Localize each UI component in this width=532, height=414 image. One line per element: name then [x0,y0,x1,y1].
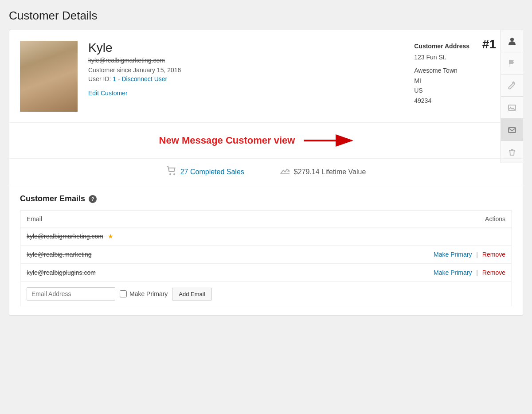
cart-icon [166,166,177,178]
svg-marker-2 [509,60,514,64]
customer-left: Kyle kyle@realbigmarketing.com Customer … [88,41,181,112]
disconnect-user-link[interactable]: Disconnect User [121,75,167,82]
value-stat: $279.14 Lifetime Value [280,166,366,178]
remove-link-2[interactable]: Remove [482,251,505,258]
flag-icon [508,59,516,68]
add-email-button[interactable]: Add Email [172,288,211,301]
person-icon [508,37,516,46]
svg-point-0 [510,38,514,41]
annotation-arrow [304,132,357,149]
user-id-line: User ID: 1 - Disconnect User [88,75,181,82]
edit-customer-link[interactable]: Edit Customer [88,90,181,97]
emails-table-header: Email Actions [20,211,512,227]
address-line4: US [414,86,469,95]
address-line2: Awesome Town [414,66,469,75]
actions-cell-2: Make Primary | Remove [286,246,512,264]
make-primary-link-2[interactable]: Make Primary [434,251,472,258]
help-icon[interactable]: ? [89,195,97,203]
star-icon-primary: ★ [108,233,113,240]
sales-link[interactable]: 27 Completed Sales [180,168,244,176]
email-address-3: kyle@realbigplugins.com [27,269,96,276]
customer-email-primary: kyle@realbigmarketing.com [88,57,181,64]
actions-col-header: Actions [286,211,512,227]
actions-cell-3: Make Primary | Remove [286,264,512,282]
address-line3: MI [414,76,469,86]
customer-since: Customer since January 15, 2016 [88,66,181,74]
separator-3: | [476,269,478,276]
emails-heading: Customer Emails ? [20,194,512,203]
svg-rect-1 [509,60,509,67]
make-primary-checkbox-text: Make Primary [129,290,168,297]
page-wrapper: Customer Details Kyle kyle@realbigmarket… [0,0,532,414]
table-row: kyle@realbigmarketing.com ★ [20,227,512,246]
table-row: kyle@realbigplugins.com Make Primary | R… [20,264,512,282]
email-col-header: Email [20,211,286,227]
cart-svg [166,166,177,176]
emails-table: Email Actions kyle@realbigmarketing.com … [20,211,512,306]
email-address-primary: kyle@realbigmarketing.com [27,233,103,240]
wrench-icon [508,81,516,90]
email-cell-primary: kyle@realbigmarketing.com ★ [20,227,286,246]
page-title: Customer Details [9,9,523,23]
main-card: Kyle kyle@realbigmarketing.com Customer … [9,30,523,316]
customer-info-section: Kyle kyle@realbigmarketing.com Customer … [9,30,523,123]
address-line5: 49234 [414,96,469,105]
customer-name: Kyle [88,41,181,55]
svg-point-8 [169,173,171,175]
stats-bar: 27 Completed Sales $279.14 Lifetime Valu… [9,159,523,185]
customer-address-block: Customer Address 123 Fun St. Awesome Tow… [414,41,469,112]
image-icon [508,103,516,112]
customer-number: #1 [482,37,496,51]
email-cell-3: kyle@realbigplugins.com [20,264,286,282]
remove-link-3[interactable]: Remove [482,269,505,276]
email-address-2: kyle@realbig.marketing [27,251,92,258]
make-primary-checkbox[interactable] [120,290,127,297]
person-icon-btn[interactable] [501,30,523,52]
emails-heading-text: Customer Emails [20,194,85,203]
user-id-link[interactable]: 1 [113,75,116,82]
add-email-row: Make Primary Add Email [20,282,512,306]
emails-section: Customer Emails ? Email Actions kyle@rea… [9,185,523,315]
table-row: kyle@realbig.marketing Make Primary | Re… [20,246,512,264]
customer-photo [20,41,78,112]
email-address-input[interactable] [27,287,115,301]
add-email-cell: Make Primary Add Email [20,282,512,306]
wrench-icon-btn[interactable] [501,74,523,97]
address-label: Customer Address [414,43,469,50]
address-line1: 123 Fun St. [414,52,469,62]
add-email-form: Make Primary Add Email [27,287,505,301]
flag-icon-btn[interactable] [501,52,523,74]
actions-cell-primary [286,227,512,246]
image-icon-btn[interactable] [501,97,523,119]
chart-svg [280,166,290,176]
separator-2: | [476,251,478,258]
sales-stat: 27 Completed Sales [166,166,244,178]
arrow-svg [304,132,357,149]
annotation-text: New Message Customer view [159,135,295,146]
make-primary-label: Make Primary [120,290,168,297]
svg-point-9 [173,173,175,175]
chart-icon [280,166,290,178]
photo-bg [20,41,78,112]
email-cell-2: kyle@realbig.marketing [20,246,286,264]
lifetime-value-text: $279.14 Lifetime Value [294,168,366,176]
annotation-section: New Message Customer view [9,123,523,159]
make-primary-link-3[interactable]: Make Primary [434,269,472,276]
